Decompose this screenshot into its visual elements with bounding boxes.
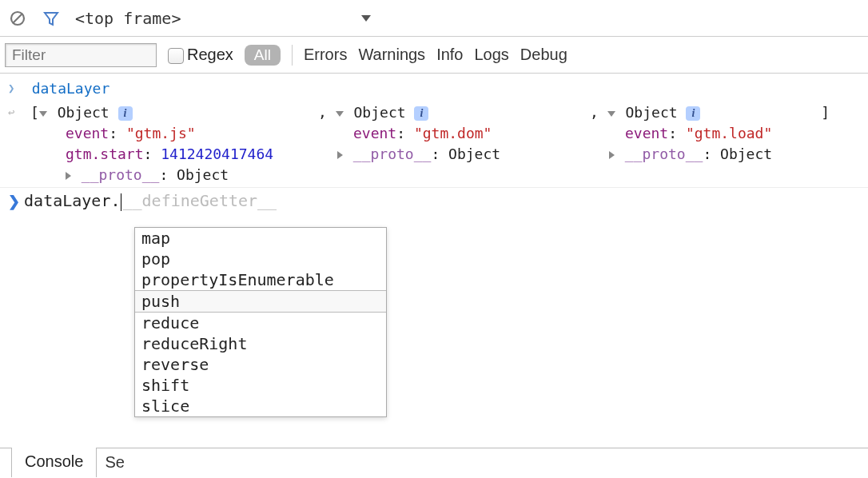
proto-label[interactable]: __proto__ [82, 166, 160, 183]
console-command-row: ❯ dataLayer [0, 77, 868, 101]
prompt-ghost-suggestion: __defineGetter__ [122, 191, 277, 210]
autocomplete-item[interactable]: reverse [135, 354, 386, 375]
prop-value: "gtm.dom" [414, 125, 492, 141]
info-icon[interactable]: i [414, 106, 428, 121]
console-prompt[interactable]: ❯ dataLayer.__defineGetter__ [0, 188, 868, 214]
level-warnings-button[interactable]: Warnings [358, 46, 425, 64]
prop-key: event [66, 125, 109, 141]
drawer-tab-console[interactable]: Console [11, 448, 97, 477]
object-label: Object [354, 104, 406, 121]
clear-console-icon[interactable] [8, 9, 27, 28]
chevron-down-icon [361, 15, 371, 22]
filter-bar: Regex All Errors Warnings Info Logs Debu… [0, 37, 868, 74]
expand-down-icon[interactable] [607, 111, 615, 117]
object-label: Object [58, 104, 109, 121]
info-icon[interactable]: i [686, 106, 700, 121]
expand-right-icon[interactable] [337, 151, 343, 159]
expand-right-icon[interactable] [609, 151, 615, 159]
prop-key: gtm.start [66, 145, 144, 162]
open-bracket: [ [30, 104, 39, 121]
prompt-caret-icon: ❯ [8, 193, 20, 210]
comma: , [590, 104, 599, 121]
regex-toggle[interactable]: Regex [168, 46, 233, 64]
object-label: Object [720, 145, 772, 162]
output-caret-icon: ↩ [8, 104, 14, 120]
filter-input[interactable] [5, 43, 157, 67]
autocomplete-item[interactable]: shift [135, 375, 386, 396]
console-toolbar: <top frame> [0, 0, 868, 37]
info-icon[interactable]: i [118, 106, 133, 121]
autocomplete-item[interactable]: reduceRight [135, 333, 386, 354]
object-label: Object [177, 166, 229, 183]
prop-value: 1412420417464 [161, 145, 273, 162]
console-command-text[interactable]: dataLayer [32, 80, 110, 97]
proto-label[interactable]: __proto__ [625, 145, 703, 162]
console-output: ❯ dataLayer ↩ [ Object i event: "gtm.js"… [0, 74, 868, 214]
frame-label: <top frame> [75, 9, 353, 28]
divider [292, 45, 293, 66]
input-caret-icon: ❯ [8, 80, 14, 96]
drawer-tab-search-partial[interactable]: Se [97, 448, 132, 478]
level-logs-button[interactable]: Logs [474, 46, 508, 64]
console-result-row: ↩ [ Object i event: "gtm.js" gtm.start: … [0, 101, 868, 188]
svg-line-1 [14, 14, 22, 22]
prop-key: event [353, 125, 396, 141]
prop-key: event [625, 125, 668, 141]
prop-value: "gtm.js" [126, 125, 196, 141]
expand-right-icon[interactable] [66, 172, 71, 180]
execution-context-selector[interactable]: <top frame> [75, 9, 371, 28]
level-all-button[interactable]: All [245, 45, 281, 66]
autocomplete-item[interactable]: map [135, 228, 386, 249]
result-object-0[interactable]: [ Object i event: "gtm.js" gtm.start: 14… [30, 102, 310, 185]
result-object-2[interactable]: , Object i ] event: "gtm.load" __proto__… [590, 102, 830, 185]
expand-down-icon[interactable] [336, 111, 344, 117]
level-info-button[interactable]: Info [436, 46, 463, 64]
checkbox-icon [168, 48, 184, 64]
regex-label: Regex [187, 46, 233, 63]
object-label: Object [626, 104, 678, 121]
comma: , [318, 104, 327, 121]
autocomplete-item[interactable]: slice [135, 396, 386, 416]
close-bracket: ] [821, 102, 830, 123]
prop-value: "gtm.load" [686, 125, 772, 141]
autocomplete-item[interactable]: reduce [135, 313, 386, 333]
autocomplete-item[interactable]: propertyIsEnumerable [135, 269, 386, 290]
drawer-tabs: Console Se [0, 448, 868, 478]
object-label: Object [448, 145, 500, 162]
autocomplete-item[interactable]: push [135, 290, 386, 313]
autocomplete-item[interactable]: pop [135, 249, 386, 269]
level-errors-button[interactable]: Errors [304, 46, 347, 64]
proto-label[interactable]: __proto__ [353, 145, 432, 162]
result-object-1[interactable]: , Object i event: "gtm.dom" __proto__: O… [318, 102, 582, 185]
filter-icon[interactable] [42, 9, 61, 28]
expand-down-icon[interactable] [39, 111, 47, 117]
autocomplete-popup[interactable]: mappoppropertyIsEnumerablepushreduceredu… [134, 227, 387, 417]
level-debug-button[interactable]: Debug [520, 46, 567, 64]
prompt-typed: dataLayer. [24, 191, 120, 210]
